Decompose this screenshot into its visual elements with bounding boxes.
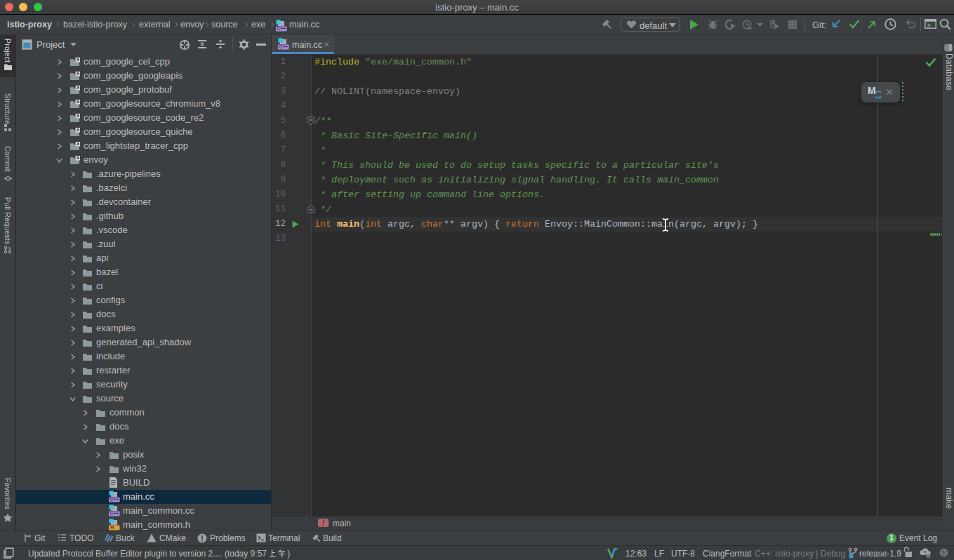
svg-text:H: H <box>110 525 114 530</box>
svg-text:?: ? <box>923 550 926 555</box>
svg-text:C++: C++ <box>279 44 288 49</box>
svg-text:C++: C++ <box>277 26 286 31</box>
svg-text:C++: C++ <box>110 511 119 516</box>
svg-text:C++: C++ <box>110 497 119 502</box>
